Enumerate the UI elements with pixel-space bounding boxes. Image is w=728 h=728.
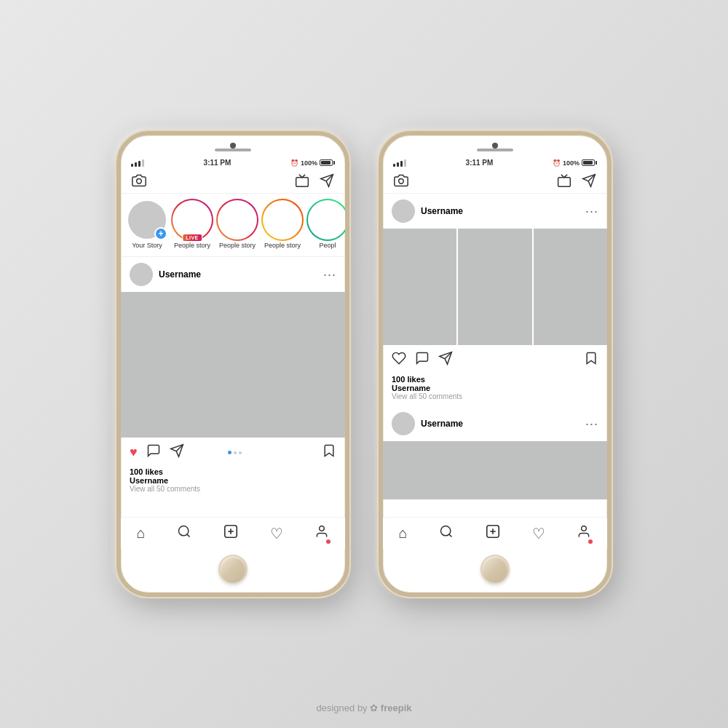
bookmark-icon-2[interactable] (584, 351, 598, 369)
grid-cell-1 (383, 229, 456, 345)
profile-nav-icon-2[interactable] (577, 524, 591, 542)
story-1[interactable]: LIVE People story (173, 201, 211, 249)
post-image-3 (383, 441, 607, 499)
comment-icon-1[interactable] (146, 443, 161, 462)
phone-camera (230, 143, 236, 149)
battery-icon-1 (320, 159, 335, 166)
like-icon-1[interactable]: ♥ (130, 445, 138, 460)
post-username-1: Username (159, 269, 317, 280)
svg-rect-1 (296, 178, 309, 187)
tv-icon-2[interactable] (556, 173, 572, 189)
story-2-label: People story (219, 242, 256, 249)
home-nav-icon-2[interactable]: ⌂ (399, 525, 408, 542)
post-info-2: 100 likes Username View all 50 comments (383, 375, 607, 406)
dot-2 (234, 451, 237, 454)
phone-home-btn-1[interactable] (121, 549, 345, 593)
nav-right-icons-1 (294, 173, 335, 189)
phone-2-mute-btn (379, 175, 380, 190)
add-nav-icon-2[interactable] (485, 523, 501, 543)
posts-scroll-1: Username ··· ♥ (121, 257, 345, 517)
nav-bar-2 (383, 168, 607, 194)
stories-row-1: + Your Story LIVE People story (121, 194, 345, 257)
post-more-3[interactable]: ··· (585, 416, 598, 432)
status-bar-1: 3:11 PM ⏰ 100% (121, 156, 345, 168)
phone-mute-btn (116, 175, 118, 190)
home-nav-icon-1[interactable]: ⌂ (137, 525, 146, 542)
share-icon-2[interactable] (438, 351, 453, 369)
send-icon-1[interactable] (319, 173, 335, 189)
svg-point-23 (582, 526, 587, 531)
story-3-wrap (264, 201, 301, 239)
post-caption-2: Username (392, 384, 598, 392)
signal-bar-2-1 (393, 164, 395, 167)
phone-vol-up-btn (116, 194, 118, 215)
signal-bar-2-2 (397, 162, 399, 167)
post-more-2[interactable]: ··· (585, 204, 598, 219)
post-more-1[interactable]: ··· (323, 267, 336, 282)
post-header-3: Username ··· (383, 406, 607, 441)
story-4-ring (306, 199, 345, 241)
home-circle-1[interactable] (218, 555, 248, 584)
live-badge: LIVE (182, 234, 202, 242)
bookmark-icon-1[interactable] (322, 443, 336, 462)
story-add-btn[interactable]: + (154, 227, 167, 240)
post-username-3: Username (421, 419, 579, 429)
post-3: Username ··· (383, 406, 607, 499)
phone-power-btn (348, 201, 349, 237)
phone-2-top-bar (383, 135, 607, 156)
share-icon-1[interactable] (170, 443, 184, 462)
alarm-icon-2: ⏰ (553, 159, 561, 167)
phone-2-power-btn (610, 201, 612, 237)
story-your-label: Your Story (132, 242, 162, 249)
phone-1: 3:11 PM ⏰ 100% (116, 131, 349, 597)
post-header-1: Username ··· (121, 257, 345, 292)
story-4[interactable]: Peopl (309, 201, 345, 249)
story-4-label: Peopl (319, 242, 336, 249)
add-nav-icon-1[interactable] (223, 523, 239, 543)
post-2: Username ··· (383, 194, 607, 406)
phone-2-speaker (477, 149, 513, 151)
status-bar-2: 3:11 PM ⏰ 100% (383, 156, 607, 168)
signal-bar-3 (138, 161, 141, 167)
svg-line-7 (187, 534, 190, 537)
like-icon-2[interactable] (392, 351, 406, 369)
grid-cell-2 (458, 229, 531, 345)
search-nav-icon-2[interactable] (439, 524, 454, 542)
story-3[interactable]: People story (264, 201, 301, 249)
bottom-nav-2: ⌂ ♡ (383, 517, 607, 549)
post-actions-1: ♥ (121, 438, 345, 467)
post-image-grid-2 (383, 229, 607, 345)
story-2[interactable]: People story (218, 201, 256, 249)
phones-container: 3:11 PM ⏰ 100% (116, 131, 612, 597)
phone-home-btn-2[interactable] (383, 549, 607, 593)
story-your[interactable]: + Your Story (128, 201, 166, 249)
home-circle-2[interactable] (480, 555, 510, 584)
battery-body (320, 159, 333, 166)
post-actions-2 (383, 345, 607, 375)
battery-tip-2 (596, 161, 597, 165)
signal-strength-2 (393, 159, 406, 167)
signal-bar-2-3 (400, 161, 403, 167)
send-icon-2[interactable] (581, 173, 597, 189)
post-likes-2: 100 likes (392, 375, 598, 384)
camera-icon-2[interactable] (393, 173, 409, 189)
svg-point-0 (137, 179, 142, 184)
post-comments-link-1[interactable]: View all 50 comments (130, 485, 336, 493)
profile-nav-icon-1[interactable] (314, 524, 329, 542)
posts-scroll-2: Username ··· (383, 194, 607, 517)
heart-nav-icon-1[interactable]: ♡ (270, 525, 283, 542)
search-nav-icon-1[interactable] (177, 524, 191, 542)
heart-nav-icon-2[interactable]: ♡ (532, 525, 545, 542)
tv-icon-1[interactable] (294, 173, 310, 189)
comment-icon-2[interactable] (415, 351, 430, 369)
post-info-1: 100 likes Username View all 50 comments (121, 467, 345, 499)
battery-body-2 (582, 159, 595, 166)
watermark: designed by ✿ freepik (317, 703, 412, 713)
phone-speaker (215, 149, 251, 151)
camera-icon-1[interactable] (131, 173, 147, 189)
svg-rect-13 (558, 178, 571, 187)
dot-3 (239, 451, 242, 454)
post-comments-link-2[interactable]: View all 50 comments (392, 392, 598, 400)
svg-point-6 (178, 526, 188, 536)
phone-vol-down-btn (116, 223, 118, 245)
